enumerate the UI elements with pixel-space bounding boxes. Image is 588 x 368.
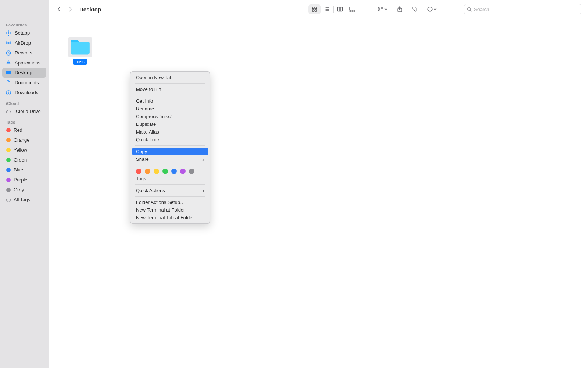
more-actions-button[interactable] bbox=[425, 4, 439, 14]
main: Desktop bbox=[49, 0, 588, 368]
svg-rect-20 bbox=[350, 11, 351, 11]
separator bbox=[135, 196, 205, 197]
ctx-tag-yellow[interactable] bbox=[154, 169, 159, 174]
forward-button[interactable] bbox=[66, 5, 74, 13]
svg-point-17 bbox=[325, 10, 326, 11]
ctx-compress[interactable]: Compress “misc” bbox=[132, 113, 208, 120]
content-area[interactable]: misc Open in New Tab Move to Bin Get Inf… bbox=[49, 18, 588, 368]
sidebar-item-label: Purple bbox=[14, 177, 28, 183]
sidebar-item-label: AirDrop bbox=[15, 40, 31, 46]
sidebar-item-desktop[interactable]: Desktop bbox=[2, 68, 46, 78]
ctx-tag-green[interactable] bbox=[162, 169, 168, 174]
back-button[interactable] bbox=[55, 5, 63, 13]
ctx-tag-blue[interactable] bbox=[171, 169, 177, 174]
ctx-copy[interactable]: Copy bbox=[132, 148, 208, 155]
toolbar: Desktop bbox=[49, 0, 588, 18]
svg-point-16 bbox=[325, 9, 326, 10]
view-gallery-button[interactable] bbox=[346, 4, 359, 14]
svg-point-28 bbox=[429, 9, 429, 10]
ctx-tag-purple[interactable] bbox=[180, 169, 186, 174]
sidebar-item-downloads[interactable]: Downloads bbox=[2, 88, 46, 98]
ctx-label: New Terminal at Folder bbox=[136, 207, 185, 213]
sidebar-item-label: Desktop bbox=[15, 70, 32, 75]
ctx-new-terminal-tab-at-folder[interactable]: New Terminal Tab at Folder bbox=[132, 214, 208, 222]
sidebar-item-airdrop[interactable]: AirDrop bbox=[2, 38, 46, 48]
sidebar-item-recents[interactable]: Recents bbox=[2, 48, 46, 58]
sidebar-tag-grey[interactable]: Grey bbox=[2, 185, 46, 195]
sidebar-item-label: Recents bbox=[15, 50, 32, 56]
sidebar-tag-yellow[interactable]: Yellow bbox=[2, 145, 46, 155]
sidebar-tag-blue[interactable]: Blue bbox=[2, 165, 46, 175]
ctx-quick-look[interactable]: Quick Look bbox=[132, 136, 208, 144]
ctx-rename[interactable]: Rename bbox=[132, 105, 208, 113]
sidebar-tag-orange[interactable]: Orange bbox=[2, 135, 46, 145]
svg-point-7 bbox=[8, 62, 9, 64]
search-input[interactable] bbox=[474, 7, 578, 12]
sidebar-tag-red[interactable]: Red bbox=[2, 125, 46, 135]
recents-icon bbox=[5, 50, 12, 56]
sidebar-item-label: All Tags… bbox=[14, 197, 35, 202]
ctx-label: Share bbox=[136, 156, 149, 162]
ctx-tag-grey[interactable] bbox=[189, 169, 194, 174]
cloud-icon bbox=[5, 108, 12, 115]
sidebar-item-label: Setapp bbox=[15, 30, 30, 36]
folder-item-misc[interactable]: misc bbox=[67, 37, 93, 65]
svg-rect-22 bbox=[354, 11, 355, 11]
sidebar-item-documents[interactable]: Documents bbox=[2, 78, 46, 88]
separator bbox=[135, 184, 205, 185]
view-icons-button[interactable] bbox=[308, 4, 321, 14]
view-columns-button[interactable] bbox=[334, 4, 346, 14]
ctx-label: Make Alias bbox=[136, 129, 159, 135]
search-field-wrapper[interactable] bbox=[464, 4, 581, 14]
sidebar-item-label: Orange bbox=[14, 137, 29, 143]
tag-button[interactable] bbox=[409, 4, 420, 14]
ctx-open-new-tab[interactable]: Open in New Tab bbox=[132, 74, 208, 81]
page-title: Desktop bbox=[79, 6, 101, 13]
airdrop-icon bbox=[5, 40, 12, 46]
sidebar-section-icloud: iCloud iCloud Drive bbox=[2, 100, 46, 116]
svg-rect-19 bbox=[350, 7, 355, 10]
separator bbox=[135, 165, 205, 165]
ctx-label: Folder Actions Setup… bbox=[136, 199, 185, 205]
ctx-new-terminal-at-folder[interactable]: New Terminal at Folder bbox=[132, 206, 208, 214]
share-button[interactable] bbox=[394, 4, 405, 14]
view-list-button[interactable] bbox=[321, 4, 333, 14]
sidebar-tag-all[interactable]: All Tags… bbox=[2, 195, 46, 205]
tag-dot-icon bbox=[6, 138, 11, 142]
ctx-tags-more[interactable]: Tags… bbox=[132, 175, 208, 183]
ctx-tag-orange[interactable] bbox=[145, 169, 150, 174]
ctx-folder-actions-setup[interactable]: Folder Actions Setup… bbox=[132, 198, 208, 206]
sidebar-item-label: Blue bbox=[14, 167, 23, 173]
separator bbox=[135, 83, 205, 84]
tag-dot-icon bbox=[6, 128, 11, 132]
svg-rect-2 bbox=[6, 32, 7, 33]
sidebar-item-icloud-drive[interactable]: iCloud Drive bbox=[2, 106, 46, 116]
tag-dot-icon bbox=[6, 158, 11, 162]
folder-label: misc bbox=[73, 59, 87, 65]
sidebar-tag-purple[interactable]: Purple bbox=[2, 175, 46, 185]
svg-rect-24 bbox=[379, 10, 380, 11]
ctx-share[interactable]: Share› bbox=[132, 155, 208, 163]
sidebar-item-setapp[interactable]: Setapp bbox=[2, 28, 46, 38]
sidebar-item-label: Red bbox=[14, 127, 22, 133]
ctx-quick-actions[interactable]: Quick Actions› bbox=[132, 187, 208, 194]
group-by-button[interactable] bbox=[376, 4, 390, 14]
svg-rect-13 bbox=[312, 10, 314, 11]
ctx-get-info[interactable]: Get Info bbox=[132, 97, 208, 105]
ctx-label: Open in New Tab bbox=[136, 75, 173, 80]
tag-ring-icon bbox=[6, 198, 11, 202]
tag-dot-icon bbox=[6, 178, 11, 182]
svg-rect-18 bbox=[338, 7, 343, 11]
ctx-label: Move to Bin bbox=[136, 86, 161, 92]
sidebar-item-label: Applications bbox=[15, 60, 40, 66]
ctx-duplicate[interactable]: Duplicate bbox=[132, 120, 208, 128]
search-icon bbox=[467, 7, 474, 12]
ctx-label: New Terminal Tab at Folder bbox=[136, 215, 194, 220]
ctx-move-to-bin[interactable]: Move to Bin bbox=[132, 85, 208, 93]
ctx-make-alias[interactable]: Make Alias bbox=[132, 128, 208, 136]
sidebar-item-applications[interactable]: Applications bbox=[2, 58, 46, 68]
sidebar-tag-green[interactable]: Green bbox=[2, 155, 46, 165]
sidebar-heading-favourites: Favourites bbox=[2, 21, 46, 28]
ctx-tag-red[interactable] bbox=[136, 169, 141, 174]
downloads-icon bbox=[5, 89, 12, 96]
